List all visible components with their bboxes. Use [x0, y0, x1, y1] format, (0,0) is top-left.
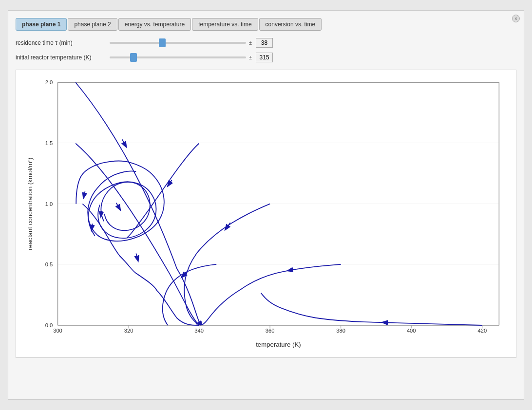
tab-energy-vs-temperature[interactable]: energy vs. temperature — [118, 18, 191, 31]
tab-temperature-vs-time[interactable]: temperature vs. time — [192, 18, 258, 31]
y-tick-1: 1.0 — [45, 201, 53, 207]
initial-temp-row: initial reactor temperature (K) ± 315 — [16, 53, 516, 62]
residence-time-slider[interactable] — [110, 42, 246, 44]
chart-container: reactant concentration (kmol/m³) tempera… — [16, 70, 516, 358]
y-tick-2: 2.0 — [45, 79, 53, 85]
initial-temp-label: initial reactor temperature (K) — [16, 54, 106, 61]
x-tick-420: 420 — [477, 328, 487, 334]
close-button[interactable]: × — [512, 15, 520, 22]
chart-area: reactant concentration (kmol/m³) tempera… — [21, 75, 511, 353]
residence-time-row: residence time τ (min) ± 38 — [16, 38, 516, 48]
x-tick-320: 320 — [124, 328, 133, 334]
x-axis-label: temperature (K) — [256, 341, 301, 348]
residence-time-slider-container: ± 38 — [110, 38, 516, 48]
initial-temp-value: 315 — [256, 53, 273, 62]
tab-phase-plane-1[interactable]: phase plane 1 — [16, 18, 67, 31]
y-tick-0-5: 0.5 — [45, 261, 53, 267]
x-tick-300: 300 — [53, 328, 62, 334]
x-tick-360: 360 — [266, 328, 275, 334]
initial-temp-slider-container: ± 315 — [110, 53, 516, 62]
residence-time-label: residence time τ (min) — [16, 39, 106, 46]
tab-bar: phase plane 1 phase plane 2 energy vs. t… — [16, 18, 516, 31]
phase-plane-chart: reactant concentration (kmol/m³) tempera… — [21, 75, 511, 353]
tab-phase-plane-2[interactable]: phase plane 2 — [68, 18, 117, 31]
x-tick-380: 380 — [336, 328, 345, 334]
x-tick-400: 400 — [407, 328, 416, 334]
y-tick-0: 0.0 — [45, 322, 53, 328]
main-container: × phase plane 1 phase plane 2 energy vs.… — [8, 10, 524, 400]
y-tick-1-5: 1.5 — [45, 140, 53, 146]
initial-temp-slider[interactable] — [110, 56, 246, 58]
y-axis-label: reactant concentration (kmol/m³) — [26, 158, 34, 250]
residence-time-plusminus: ± — [249, 40, 252, 46]
controls-panel: residence time τ (min) ± 38 initial reac… — [16, 38, 516, 62]
x-tick-340: 340 — [194, 328, 204, 334]
residence-time-value: 38 — [256, 38, 273, 48]
tab-conversion-vs-time[interactable]: conversion vs. time — [259, 18, 322, 31]
initial-temp-plusminus: ± — [249, 55, 252, 60]
